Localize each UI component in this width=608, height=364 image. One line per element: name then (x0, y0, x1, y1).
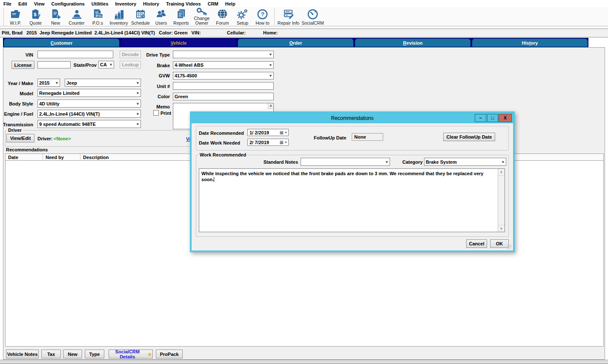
menu-file[interactable]: File (0, 1, 15, 6)
window-bottom-edge (0, 360, 608, 364)
body-style-label: Body Style (1, 101, 33, 106)
menu-edit[interactable]: Edit (15, 1, 31, 6)
repair-info-button[interactable]: Repair Info (276, 7, 301, 26)
date-recommended-field[interactable]: 1/ 2/2019 ▦▼ (247, 129, 289, 136)
body-style-select[interactable]: 4D Utility∨ (37, 100, 141, 108)
toolbar: W.I.P. $ Quote New Counter P.O. P.O.s In… (0, 7, 608, 26)
menu-configurations[interactable]: Configurations (48, 1, 88, 6)
ok-button[interactable]: OK (490, 239, 509, 248)
app-window: File Edit View Configurations Utilities … (0, 0, 608, 364)
state-prov-select[interactable]: CA∨ (98, 61, 114, 68)
tab-customer[interactable]: Customer (3, 38, 120, 47)
scroll-up-icon[interactable]: ∧ (268, 103, 273, 109)
propack-button[interactable]: ProPack (156, 350, 183, 358)
engine-fuel-select[interactable]: 2.4L,In-Line4 (144CI) VIN(T)∨ (37, 110, 141, 118)
lookup-button[interactable]: Lookup (120, 61, 141, 68)
new-vehicle-button[interactable]: New (63, 350, 82, 358)
dialog-titlebar[interactable]: Recommendations (192, 113, 513, 123)
menu-history[interactable]: History (140, 1, 163, 6)
column-need-by: Need by (43, 154, 80, 160)
view-edit-driver-button[interactable]: View/Edit (6, 134, 34, 142)
drive-type-select[interactable]: ∨ (173, 51, 274, 58)
textarea-scrollbar[interactable]: ∧ ∨ (498, 169, 505, 232)
purchase-orders-button[interactable]: P.O. P.O.s (88, 7, 108, 26)
socialcrm-icon (307, 9, 318, 21)
tab-vehicle[interactable]: Vehicle (120, 38, 237, 47)
vin-input[interactable] (37, 51, 113, 58)
date-work-needed-label: Date Work Needed (199, 140, 240, 145)
change-owner-button[interactable]: Change Owner (191, 7, 212, 26)
clear-followup-date-button[interactable]: Clear FollowUp Date (443, 133, 495, 141)
license-button[interactable]: License (11, 61, 34, 69)
vehicle-info-bar: Pitt, Brad 2015 Jeep Renegade Limited 2.… (0, 28, 608, 37)
print-checkbox[interactable] (153, 110, 159, 116)
license-input[interactable] (37, 61, 71, 68)
chevron-down-icon: ∨ (385, 160, 388, 164)
close-button[interactable]: X (499, 114, 512, 122)
menu-view[interactable]: View (31, 1, 48, 6)
menu-inventory[interactable]: Inventory (112, 1, 140, 6)
counter-button[interactable]: Counter (66, 7, 88, 26)
tab-history[interactable]: History (472, 38, 588, 47)
transmission-select[interactable]: 9 speed Automatic 948TE∨ (37, 120, 141, 128)
gvw-label: GVW (141, 73, 170, 78)
cancel-button[interactable]: Cancel (466, 239, 487, 248)
year-select[interactable]: 2015∨ (37, 79, 60, 87)
how-to-button[interactable]: ? How to (252, 7, 272, 26)
dropdown-arrow-icon[interactable]: ▼ (284, 141, 287, 144)
unit-number-input[interactable] (173, 82, 274, 90)
standard-notes-select[interactable]: ∨ (301, 158, 390, 166)
menu-utilities[interactable]: Utilities (88, 1, 112, 6)
chevron-down-icon: ∨ (269, 74, 272, 77)
engine-fuel-label: Engine / Fuel (1, 111, 33, 117)
unit-number-label: Unit # (141, 84, 170, 89)
year-make-label: Year / Make (1, 81, 33, 86)
view-link[interactable]: View (186, 136, 190, 142)
tab-revision[interactable]: Revision (355, 38, 471, 47)
new-icon (50, 9, 61, 21)
date-work-needed-field[interactable]: 2/ 7/2019 ▦▼ (247, 139, 289, 146)
maximize-button[interactable]: □ (487, 114, 498, 122)
model-label: Model (1, 91, 33, 96)
setup-button[interactable]: Setup (232, 7, 252, 26)
resize-grip[interactable] (507, 245, 512, 250)
new-button[interactable]: New (46, 7, 66, 26)
wip-button[interactable]: W.I.P. (6, 7, 26, 26)
tab-order[interactable]: Order (238, 38, 354, 47)
make-select[interactable]: Jeep∨ (65, 79, 141, 87)
vehicle-notes-button[interactable]: Vehicle Notes (6, 350, 39, 358)
forum-button[interactable]: Forum (212, 7, 232, 26)
note-text: While inspecting the vehicle we noticed … (201, 171, 483, 182)
menu-bar: File Edit View Configurations Utilities … (0, 0, 608, 7)
scroll-down-icon[interactable]: ∨ (498, 225, 505, 232)
chevron-down-icon: ∨ (502, 160, 505, 164)
work-recommended-textarea[interactable]: While inspecting the vehicle we noticed … (199, 168, 505, 232)
schedule-button[interactable]: Schedule (130, 7, 151, 26)
color-input[interactable] (173, 93, 274, 100)
state-prov-label: State/Prov (70, 63, 97, 68)
menu-training-videos[interactable]: Training Videos (163, 1, 204, 6)
socialcrm-button[interactable]: SocialCRM (301, 7, 325, 26)
users-button[interactable]: Users (151, 7, 171, 26)
quote-button[interactable]: $ Quote (26, 7, 46, 26)
category-select[interactable]: Brake System∨ (424, 158, 506, 166)
decode-button[interactable]: Decode (120, 51, 141, 58)
driver-group-label: Driver (7, 128, 23, 133)
chevron-down-icon: ∨ (55, 81, 58, 85)
brake-select[interactable]: 4-Wheel ABS∨ (173, 61, 274, 69)
inventory-button[interactable]: Inventory (108, 7, 130, 26)
chevron-down-icon: ∨ (269, 63, 272, 67)
socialcrm-details-button[interactable]: SocialCRM Details ★ (109, 350, 153, 358)
gvw-select[interactable]: 4175-4500∨ (173, 72, 274, 80)
menu-crm[interactable]: CRM (204, 1, 222, 6)
dropdown-arrow-icon[interactable]: ▼ (284, 131, 287, 134)
type-button[interactable]: Type (85, 350, 104, 358)
vin-label: VIN (4, 52, 33, 57)
reports-button[interactable]: Reports (171, 7, 191, 26)
menu-help[interactable]: Help (222, 1, 239, 6)
minimize-button[interactable]: – (475, 114, 486, 122)
chevron-down-icon: ∨ (136, 81, 139, 85)
scroll-up-icon[interactable]: ∧ (498, 169, 505, 176)
tax-button[interactable]: Tax (41, 350, 61, 358)
model-select[interactable]: Renegade Limited∨ (37, 89, 141, 97)
